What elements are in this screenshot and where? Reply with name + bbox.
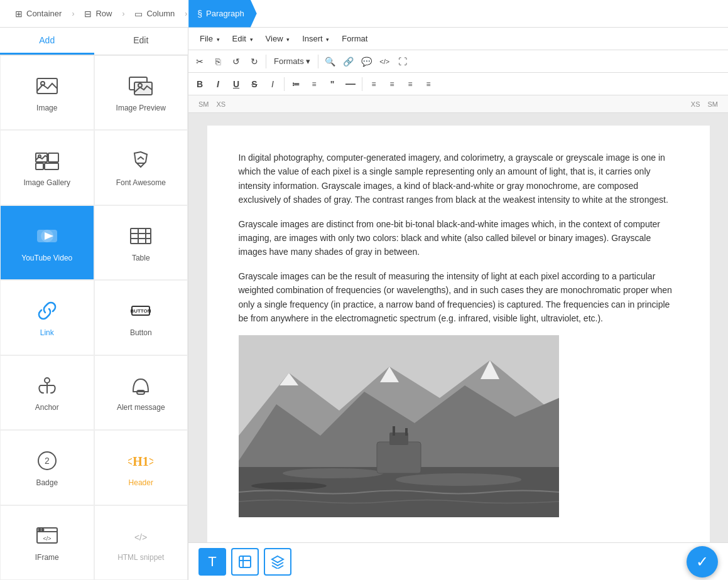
redo-button[interactable]: ↻ — [246, 53, 263, 70]
breadcrumb-bar: ⊞ Container › ⊟ Row › ▭ Column › § Parag… — [0, 0, 728, 28]
formats-dropdown[interactable]: Formats ▾ — [269, 53, 315, 70]
layers-button[interactable] — [264, 548, 291, 576]
tab-edit[interactable]: Edit — [94, 28, 188, 55]
paragraph-1[interactable]: In digital photography, computer-generat… — [239, 151, 678, 207]
svg-point-21 — [45, 378, 50, 383]
image-preview-icon — [128, 73, 153, 99]
menu-bar: File ▾ Edit ▾ View ▾ Insert ▾ Format — [188, 28, 728, 50]
sidebar-item-youtube-video[interactable]: YouTube Video — [0, 205, 94, 280]
sidebar-item-html-snippet[interactable]: </> HTML snippet — [94, 505, 188, 580]
hr-button[interactable]: — — [342, 75, 359, 93]
sidebar-item-font-awesome[interactable]: Font Awesome — [94, 130, 188, 205]
sidebar-item-font-awesome-label: Font Awesome — [116, 178, 166, 187]
sidebar-item-link[interactable]: Link — [0, 280, 94, 355]
ruler-xs-right: XS — [687, 100, 704, 108]
svg-rect-14 — [131, 228, 151, 244]
breadcrumb-paragraph[interactable]: § Paragraph — [188, 0, 257, 28]
breadcrumb-column[interactable]: ▭ Column — [126, 0, 183, 28]
container-icon: ⊞ — [15, 9, 23, 19]
cut-button[interactable]: ✂ — [191, 53, 209, 70]
confirm-fab[interactable]: ✓ — [687, 546, 718, 577]
breadcrumb-row[interactable]: ⊟ Row — [75, 0, 121, 28]
editor-content[interactable]: In digital photography, computer-generat… — [207, 126, 710, 542]
ruler-xs: XS — [213, 100, 230, 108]
format-sep-1 — [284, 77, 285, 91]
bw-mountain-image — [239, 335, 559, 517]
bold-button[interactable]: B — [191, 75, 209, 93]
iframe-icon: </> — [35, 523, 60, 548]
svg-rect-44 — [405, 428, 408, 436]
sidebar-item-image-label: Image — [36, 104, 57, 112]
comment-button[interactable]: 💬 — [357, 53, 375, 70]
sidebar-item-alert-label: Alert message — [117, 403, 165, 412]
ordered-list-button[interactable]: ≔ — [287, 75, 305, 93]
underline-button[interactable]: U — [227, 75, 245, 93]
anchor-icon — [35, 373, 60, 398]
font-awesome-icon — [128, 148, 153, 173]
sidebar-item-badge[interactable]: 2 Badge — [0, 430, 94, 505]
menu-format[interactable]: Format — [335, 31, 374, 46]
undo-button[interactable]: ↺ — [227, 53, 245, 70]
sidebar-item-table[interactable]: Table — [94, 205, 188, 280]
breadcrumb-arrow-2: › — [122, 9, 124, 18]
sidebar-item-anchor[interactable]: Anchor — [0, 355, 94, 430]
sidebar-item-html-label: HTML snippet — [117, 553, 164, 562]
align-center-button[interactable]: ≡ — [383, 75, 401, 93]
html-snippet-icon: </> — [128, 523, 153, 548]
editor-area[interactable]: In digital photography, computer-generat… — [188, 113, 728, 542]
layout-button[interactable] — [231, 548, 259, 576]
code-button[interactable]: </> — [376, 53, 393, 70]
breadcrumb-container[interactable]: ⊞ Container — [6, 0, 70, 28]
italic2-button[interactable]: I — [264, 75, 281, 93]
sidebar-item-alert[interactable]: Alert message — [94, 355, 188, 430]
sidebar-item-button-label: Button — [130, 328, 152, 337]
paragraph-3[interactable]: Grayscale images can be the result of me… — [239, 269, 678, 326]
table-icon — [128, 223, 153, 249]
ruler-bar: SM XS XS SM — [188, 95, 728, 113]
svg-text:</>: </> — [43, 535, 51, 542]
bottom-bar: T ✓ — [188, 542, 728, 580]
sidebar-item-iframe[interactable]: </> IFrame — [0, 505, 94, 580]
sidebar-item-header[interactable]: <H1> Header — [94, 430, 188, 505]
paragraph-2[interactable]: Grayscale images are distinct from one-b… — [239, 217, 678, 259]
blockquote-button[interactable]: " — [323, 75, 341, 93]
sidebar-item-youtube-label: YouTube Video — [21, 254, 72, 262]
sidebar-tabs: Add Edit — [0, 28, 188, 55]
image-icon — [35, 73, 60, 99]
check-icon: ✓ — [696, 553, 709, 571]
svg-text:</>: </> — [134, 532, 147, 542]
svg-point-39 — [396, 473, 521, 486]
badge-icon: 2 — [35, 448, 60, 473]
align-right-button[interactable]: ≡ — [401, 75, 419, 93]
sidebar-item-image[interactable]: Image — [0, 55, 94, 130]
menu-edit[interactable]: Edit ▾ — [226, 31, 259, 46]
menu-file[interactable]: File ▾ — [193, 31, 226, 46]
align-justify-button[interactable]: ≡ — [420, 75, 437, 93]
breadcrumb-arrow-1: › — [72, 9, 74, 18]
sidebar-item-image-gallery[interactable]: Image Gallery — [0, 130, 94, 205]
paragraph-icon: § — [197, 9, 202, 19]
sidebar-item-button[interactable]: BUTTON Button — [94, 280, 188, 355]
fullscreen-button[interactable]: ⛶ — [394, 53, 411, 70]
link-toolbar-button[interactable]: 🔗 — [339, 53, 357, 70]
search-button[interactable]: 🔍 — [321, 53, 339, 70]
copy-button[interactable]: ⎘ — [209, 53, 227, 70]
unordered-list-button[interactable]: ≡ — [305, 75, 323, 93]
menu-view[interactable]: View ▾ — [259, 31, 296, 46]
text-type-button[interactable]: T — [198, 548, 226, 576]
svg-point-38 — [283, 468, 383, 478]
sidebar-item-image-gallery-label: Image Gallery — [23, 178, 70, 187]
align-left-button[interactable]: ≡ — [365, 75, 383, 93]
menu-insert[interactable]: Insert ▾ — [296, 31, 335, 46]
breadcrumb-paragraph-label: Paragraph — [206, 9, 244, 18]
tab-add[interactable]: Add — [0, 28, 94, 55]
italic-button[interactable]: I — [209, 75, 227, 93]
sidebar-item-image-preview[interactable]: Image Preview — [94, 55, 188, 130]
youtube-icon — [35, 223, 60, 249]
breadcrumb-container-label: Container — [26, 9, 62, 18]
svg-rect-43 — [393, 426, 395, 436]
insert-arrow: ▾ — [326, 36, 329, 43]
column-icon: ▭ — [134, 9, 143, 19]
strikethrough-button[interactable]: S — [246, 75, 263, 93]
svg-rect-48 — [239, 556, 251, 567]
